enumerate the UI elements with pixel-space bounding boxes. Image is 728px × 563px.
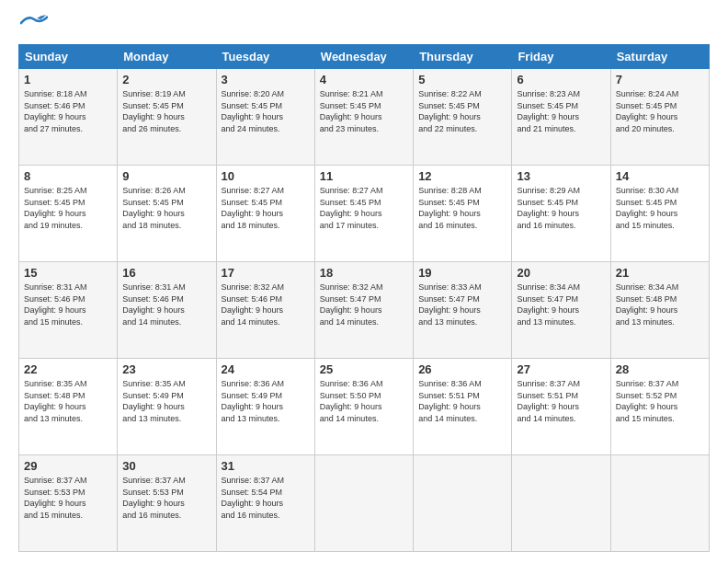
calendar-day-cell: 6Sunrise: 8:23 AMSunset: 5:45 PMDaylight… xyxy=(512,69,610,166)
calendar-day-cell xyxy=(314,455,413,552)
calendar-day-cell: 4Sunrise: 8:21 AMSunset: 5:45 PMDaylight… xyxy=(314,69,413,166)
day-number: 18 xyxy=(320,266,408,280)
calendar-day-cell xyxy=(512,455,610,552)
day-info: Sunrise: 8:37 AMSunset: 5:54 PMDaylight:… xyxy=(222,475,310,521)
calendar-day-cell: 9Sunrise: 8:26 AMSunset: 5:45 PMDaylight… xyxy=(118,166,216,262)
day-number: 9 xyxy=(122,169,210,183)
day-info: Sunrise: 8:36 AMSunset: 5:49 PMDaylight:… xyxy=(222,378,310,424)
logo xyxy=(18,15,48,35)
day-info: Sunrise: 8:36 AMSunset: 5:51 PMDaylight:… xyxy=(418,378,506,424)
calendar-day-cell: 3Sunrise: 8:20 AMSunset: 5:45 PMDaylight… xyxy=(216,69,314,166)
logo-bird-icon xyxy=(20,15,48,33)
day-info: Sunrise: 8:20 AMSunset: 5:45 PMDaylight:… xyxy=(222,88,310,134)
day-info: Sunrise: 8:27 AMSunset: 5:45 PMDaylight:… xyxy=(222,185,310,231)
calendar-day-cell: 8Sunrise: 8:25 AMSunset: 5:45 PMDaylight… xyxy=(19,166,118,262)
calendar-day-cell: 17Sunrise: 8:32 AMSunset: 5:46 PMDayligh… xyxy=(216,262,314,359)
calendar-day-cell: 29Sunrise: 8:37 AMSunset: 5:53 PMDayligh… xyxy=(19,455,118,552)
calendar-week-row: 1Sunrise: 8:18 AMSunset: 5:46 PMDaylight… xyxy=(19,69,710,166)
calendar-day-cell: 26Sunrise: 8:36 AMSunset: 5:51 PMDayligh… xyxy=(414,359,512,455)
calendar-week-row: 22Sunrise: 8:35 AMSunset: 5:48 PMDayligh… xyxy=(19,359,710,455)
day-info: Sunrise: 8:18 AMSunset: 5:46 PMDaylight:… xyxy=(24,88,112,134)
day-info: Sunrise: 8:27 AMSunset: 5:45 PMDaylight:… xyxy=(320,185,408,231)
day-info: Sunrise: 8:24 AMSunset: 5:45 PMDaylight:… xyxy=(616,88,704,134)
calendar-day-cell: 18Sunrise: 8:32 AMSunset: 5:47 PMDayligh… xyxy=(314,262,413,359)
day-number: 7 xyxy=(616,73,704,86)
day-info: Sunrise: 8:23 AMSunset: 5:45 PMDaylight:… xyxy=(517,88,605,134)
day-number: 21 xyxy=(616,266,704,280)
day-number: 16 xyxy=(122,266,210,280)
day-info: Sunrise: 8:37 AMSunset: 5:51 PMDaylight:… xyxy=(517,378,605,424)
calendar-day-cell: 31Sunrise: 8:37 AMSunset: 5:54 PMDayligh… xyxy=(216,455,314,552)
weekday-header: Monday xyxy=(118,45,216,69)
day-number: 28 xyxy=(616,362,704,376)
weekday-header: Tuesday xyxy=(216,45,314,69)
day-info: Sunrise: 8:35 AMSunset: 5:48 PMDaylight:… xyxy=(24,378,112,424)
day-info: Sunrise: 8:35 AMSunset: 5:49 PMDaylight:… xyxy=(122,378,210,424)
day-number: 31 xyxy=(222,459,310,473)
day-number: 30 xyxy=(122,459,210,473)
calendar-day-cell: 5Sunrise: 8:22 AMSunset: 5:45 PMDaylight… xyxy=(414,69,512,166)
day-number: 14 xyxy=(616,169,704,183)
calendar-day-cell: 20Sunrise: 8:34 AMSunset: 5:47 PMDayligh… xyxy=(512,262,610,359)
day-info: Sunrise: 8:33 AMSunset: 5:47 PMDaylight:… xyxy=(418,282,506,327)
calendar-table: SundayMondayTuesdayWednesdayThursdayFrid… xyxy=(18,44,710,552)
day-number: 19 xyxy=(418,266,506,280)
day-number: 5 xyxy=(418,73,506,86)
day-number: 4 xyxy=(320,73,408,86)
calendar-week-row: 15Sunrise: 8:31 AMSunset: 5:46 PMDayligh… xyxy=(19,262,710,359)
calendar-day-cell: 11Sunrise: 8:27 AMSunset: 5:45 PMDayligh… xyxy=(314,166,413,262)
calendar-day-cell: 2Sunrise: 8:19 AMSunset: 5:45 PMDaylight… xyxy=(118,69,216,166)
day-number: 12 xyxy=(418,169,506,183)
day-info: Sunrise: 8:22 AMSunset: 5:45 PMDaylight:… xyxy=(418,88,506,134)
day-number: 1 xyxy=(24,73,112,86)
day-number: 13 xyxy=(517,169,605,183)
weekday-header: Friday xyxy=(512,45,610,69)
calendar-day-cell: 23Sunrise: 8:35 AMSunset: 5:49 PMDayligh… xyxy=(118,359,216,455)
calendar-day-cell: 14Sunrise: 8:30 AMSunset: 5:45 PMDayligh… xyxy=(610,166,709,262)
day-info: Sunrise: 8:29 AMSunset: 5:45 PMDaylight:… xyxy=(517,185,605,231)
calendar-day-cell: 1Sunrise: 8:18 AMSunset: 5:46 PMDaylight… xyxy=(19,69,118,166)
day-info: Sunrise: 8:21 AMSunset: 5:45 PMDaylight:… xyxy=(320,88,408,134)
calendar-day-cell: 16Sunrise: 8:31 AMSunset: 5:46 PMDayligh… xyxy=(118,262,216,359)
day-number: 6 xyxy=(517,73,605,86)
weekday-header: Thursday xyxy=(414,45,512,69)
day-number: 29 xyxy=(24,459,112,473)
day-info: Sunrise: 8:32 AMSunset: 5:47 PMDaylight:… xyxy=(320,282,408,327)
calendar-day-cell: 24Sunrise: 8:36 AMSunset: 5:49 PMDayligh… xyxy=(216,359,314,455)
day-info: Sunrise: 8:32 AMSunset: 5:46 PMDaylight:… xyxy=(222,282,310,327)
day-number: 10 xyxy=(222,169,310,183)
calendar-day-cell: 19Sunrise: 8:33 AMSunset: 5:47 PMDayligh… xyxy=(414,262,512,359)
day-info: Sunrise: 8:31 AMSunset: 5:46 PMDaylight:… xyxy=(122,282,210,327)
day-number: 2 xyxy=(122,73,210,86)
weekday-header: Wednesday xyxy=(314,45,413,69)
calendar-week-row: 29Sunrise: 8:37 AMSunset: 5:53 PMDayligh… xyxy=(19,455,710,552)
day-number: 3 xyxy=(222,73,310,86)
calendar-day-cell: 22Sunrise: 8:35 AMSunset: 5:48 PMDayligh… xyxy=(19,359,118,455)
weekday-header: Saturday xyxy=(610,45,709,69)
calendar-day-cell: 12Sunrise: 8:28 AMSunset: 5:45 PMDayligh… xyxy=(414,166,512,262)
calendar-header-row: SundayMondayTuesdayWednesdayThursdayFrid… xyxy=(19,45,710,69)
day-info: Sunrise: 8:34 AMSunset: 5:48 PMDaylight:… xyxy=(616,282,704,327)
day-info: Sunrise: 8:37 AMSunset: 5:53 PMDaylight:… xyxy=(122,475,210,521)
calendar-day-cell: 30Sunrise: 8:37 AMSunset: 5:53 PMDayligh… xyxy=(118,455,216,552)
day-info: Sunrise: 8:30 AMSunset: 5:45 PMDaylight:… xyxy=(616,185,704,231)
calendar-day-cell: 13Sunrise: 8:29 AMSunset: 5:45 PMDayligh… xyxy=(512,166,610,262)
day-number: 8 xyxy=(24,169,112,183)
day-info: Sunrise: 8:37 AMSunset: 5:52 PMDaylight:… xyxy=(616,378,704,424)
calendar-week-row: 8Sunrise: 8:25 AMSunset: 5:45 PMDaylight… xyxy=(19,166,710,262)
day-info: Sunrise: 8:19 AMSunset: 5:45 PMDaylight:… xyxy=(122,88,210,134)
day-number: 17 xyxy=(222,266,310,280)
calendar-day-cell: 27Sunrise: 8:37 AMSunset: 5:51 PMDayligh… xyxy=(512,359,610,455)
day-info: Sunrise: 8:31 AMSunset: 5:46 PMDaylight:… xyxy=(24,282,112,327)
day-info: Sunrise: 8:26 AMSunset: 5:45 PMDaylight:… xyxy=(122,185,210,231)
day-info: Sunrise: 8:25 AMSunset: 5:45 PMDaylight:… xyxy=(24,185,112,231)
day-number: 20 xyxy=(517,266,605,280)
day-number: 22 xyxy=(24,362,112,376)
day-info: Sunrise: 8:28 AMSunset: 5:45 PMDaylight:… xyxy=(418,185,506,231)
page: SundayMondayTuesdayWednesdayThursdayFrid… xyxy=(0,0,728,563)
day-info: Sunrise: 8:37 AMSunset: 5:53 PMDaylight:… xyxy=(24,475,112,521)
day-number: 26 xyxy=(418,362,506,376)
day-number: 25 xyxy=(320,362,408,376)
day-number: 11 xyxy=(320,169,408,183)
calendar-day-cell: 25Sunrise: 8:36 AMSunset: 5:50 PMDayligh… xyxy=(314,359,413,455)
